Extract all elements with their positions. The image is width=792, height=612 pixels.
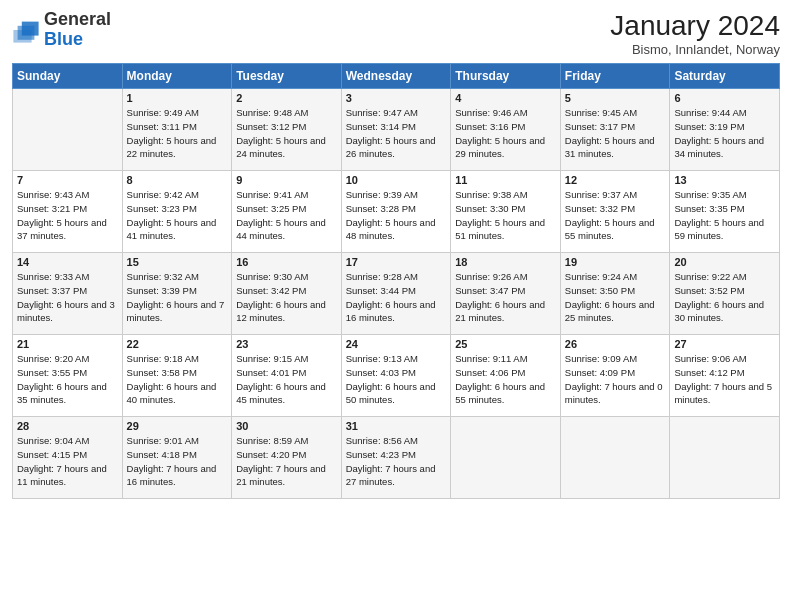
daylight: Daylight: 7 hours and 0 minutes. (565, 381, 663, 406)
sunrise: Sunrise: 9:47 AM (346, 107, 418, 118)
day-info: Sunrise: 9:24 AMSunset: 3:50 PMDaylight:… (565, 270, 666, 325)
day-info: Sunrise: 9:35 AMSunset: 3:35 PMDaylight:… (674, 188, 775, 243)
sunset: Sunset: 3:23 PM (127, 203, 197, 214)
sunset: Sunset: 3:39 PM (127, 285, 197, 296)
sunrise: Sunrise: 9:37 AM (565, 189, 637, 200)
sunset: Sunset: 3:11 PM (127, 121, 197, 132)
day-number: 8 (127, 174, 228, 186)
daylight: Daylight: 6 hours and 40 minutes. (127, 381, 217, 406)
daylight: Daylight: 6 hours and 45 minutes. (236, 381, 326, 406)
sunrise: Sunrise: 9:28 AM (346, 271, 418, 282)
header-day-wednesday: Wednesday (341, 64, 451, 89)
sunrise: Sunrise: 9:46 AM (455, 107, 527, 118)
day-info: Sunrise: 9:38 AMSunset: 3:30 PMDaylight:… (455, 188, 556, 243)
sunrise: Sunrise: 9:20 AM (17, 353, 89, 364)
daylight: Daylight: 6 hours and 21 minutes. (455, 299, 545, 324)
day-info: Sunrise: 9:22 AMSunset: 3:52 PMDaylight:… (674, 270, 775, 325)
month-title: January 2024 (610, 10, 780, 42)
daylight: Daylight: 6 hours and 16 minutes. (346, 299, 436, 324)
day-info: Sunrise: 9:20 AMSunset: 3:55 PMDaylight:… (17, 352, 118, 407)
logo-general: General (44, 9, 111, 29)
day-info: Sunrise: 8:59 AMSunset: 4:20 PMDaylight:… (236, 434, 337, 489)
sunset: Sunset: 3:19 PM (674, 121, 744, 132)
calendar-header-row: SundayMondayTuesdayWednesdayThursdayFrid… (13, 64, 780, 89)
sunrise: Sunrise: 9:22 AM (674, 271, 746, 282)
daylight: Daylight: 5 hours and 31 minutes. (565, 135, 655, 160)
sunrise: Sunrise: 9:48 AM (236, 107, 308, 118)
week-row-5: 28Sunrise: 9:04 AMSunset: 4:15 PMDayligh… (13, 417, 780, 499)
day-number: 31 (346, 420, 447, 432)
day-number: 29 (127, 420, 228, 432)
day-info: Sunrise: 9:28 AMSunset: 3:44 PMDaylight:… (346, 270, 447, 325)
header-day-sunday: Sunday (13, 64, 123, 89)
header: General Blue January 2024 Bismo, Innland… (12, 10, 780, 57)
daylight: Daylight: 7 hours and 11 minutes. (17, 463, 107, 488)
day-number: 9 (236, 174, 337, 186)
title-block: January 2024 Bismo, Innlandet, Norway (610, 10, 780, 57)
day-info: Sunrise: 9:33 AMSunset: 3:37 PMDaylight:… (17, 270, 118, 325)
day-number: 4 (455, 92, 556, 104)
logo-text: General Blue (44, 10, 111, 50)
day-number: 10 (346, 174, 447, 186)
day-info: Sunrise: 9:41 AMSunset: 3:25 PMDaylight:… (236, 188, 337, 243)
sunrise: Sunrise: 8:56 AM (346, 435, 418, 446)
calendar-cell: 2Sunrise: 9:48 AMSunset: 3:12 PMDaylight… (232, 89, 342, 171)
sunset: Sunset: 4:06 PM (455, 367, 525, 378)
sunrise: Sunrise: 9:13 AM (346, 353, 418, 364)
day-number: 12 (565, 174, 666, 186)
day-info: Sunrise: 9:49 AMSunset: 3:11 PMDaylight:… (127, 106, 228, 161)
sunset: Sunset: 3:14 PM (346, 121, 416, 132)
day-info: Sunrise: 9:45 AMSunset: 3:17 PMDaylight:… (565, 106, 666, 161)
day-number: 11 (455, 174, 556, 186)
sunset: Sunset: 3:42 PM (236, 285, 306, 296)
sunrise: Sunrise: 9:45 AM (565, 107, 637, 118)
header-day-monday: Monday (122, 64, 232, 89)
week-row-1: 1Sunrise: 9:49 AMSunset: 3:11 PMDaylight… (13, 89, 780, 171)
day-number: 30 (236, 420, 337, 432)
sunrise: Sunrise: 9:06 AM (674, 353, 746, 364)
day-number: 25 (455, 338, 556, 350)
sunrise: Sunrise: 9:26 AM (455, 271, 527, 282)
daylight: Daylight: 6 hours and 25 minutes. (565, 299, 655, 324)
sunset: Sunset: 4:01 PM (236, 367, 306, 378)
day-number: 1 (127, 92, 228, 104)
logo-blue: Blue (44, 29, 83, 49)
day-info: Sunrise: 9:30 AMSunset: 3:42 PMDaylight:… (236, 270, 337, 325)
day-info: Sunrise: 9:46 AMSunset: 3:16 PMDaylight:… (455, 106, 556, 161)
sunrise: Sunrise: 9:04 AM (17, 435, 89, 446)
daylight: Daylight: 7 hours and 16 minutes. (127, 463, 217, 488)
sunset: Sunset: 3:16 PM (455, 121, 525, 132)
daylight: Daylight: 5 hours and 41 minutes. (127, 217, 217, 242)
sunrise: Sunrise: 9:49 AM (127, 107, 199, 118)
sunrise: Sunrise: 9:41 AM (236, 189, 308, 200)
day-info: Sunrise: 9:44 AMSunset: 3:19 PMDaylight:… (674, 106, 775, 161)
calendar-cell: 25Sunrise: 9:11 AMSunset: 4:06 PMDayligh… (451, 335, 561, 417)
sunrise: Sunrise: 9:44 AM (674, 107, 746, 118)
daylight: Daylight: 7 hours and 5 minutes. (674, 381, 772, 406)
sunset: Sunset: 3:21 PM (17, 203, 87, 214)
sunset: Sunset: 3:52 PM (674, 285, 744, 296)
day-info: Sunrise: 9:39 AMSunset: 3:28 PMDaylight:… (346, 188, 447, 243)
sunset: Sunset: 3:30 PM (455, 203, 525, 214)
calendar-cell: 31Sunrise: 8:56 AMSunset: 4:23 PMDayligh… (341, 417, 451, 499)
sunset: Sunset: 3:32 PM (565, 203, 635, 214)
calendar-cell: 22Sunrise: 9:18 AMSunset: 3:58 PMDayligh… (122, 335, 232, 417)
daylight: Daylight: 5 hours and 44 minutes. (236, 217, 326, 242)
day-info: Sunrise: 9:06 AMSunset: 4:12 PMDaylight:… (674, 352, 775, 407)
day-number: 19 (565, 256, 666, 268)
calendar-cell: 13Sunrise: 9:35 AMSunset: 3:35 PMDayligh… (670, 171, 780, 253)
day-number: 14 (17, 256, 118, 268)
calendar-cell: 1Sunrise: 9:49 AMSunset: 3:11 PMDaylight… (122, 89, 232, 171)
calendar-cell: 14Sunrise: 9:33 AMSunset: 3:37 PMDayligh… (13, 253, 123, 335)
header-day-tuesday: Tuesday (232, 64, 342, 89)
day-info: Sunrise: 9:43 AMSunset: 3:21 PMDaylight:… (17, 188, 118, 243)
calendar-cell: 20Sunrise: 9:22 AMSunset: 3:52 PMDayligh… (670, 253, 780, 335)
daylight: Daylight: 5 hours and 59 minutes. (674, 217, 764, 242)
sunset: Sunset: 3:17 PM (565, 121, 635, 132)
day-info: Sunrise: 9:04 AMSunset: 4:15 PMDaylight:… (17, 434, 118, 489)
day-info: Sunrise: 9:32 AMSunset: 3:39 PMDaylight:… (127, 270, 228, 325)
daylight: Daylight: 6 hours and 30 minutes. (674, 299, 764, 324)
day-info: Sunrise: 9:11 AMSunset: 4:06 PMDaylight:… (455, 352, 556, 407)
calendar-cell: 12Sunrise: 9:37 AMSunset: 3:32 PMDayligh… (560, 171, 670, 253)
daylight: Daylight: 5 hours and 29 minutes. (455, 135, 545, 160)
